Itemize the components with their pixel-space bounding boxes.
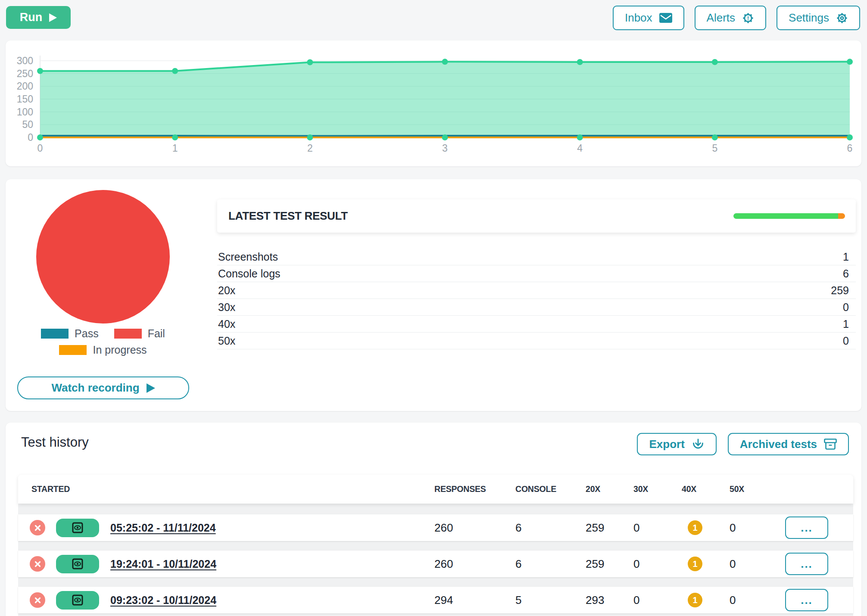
pie-legend: Pass Fail In progress bbox=[6, 327, 200, 360]
console-value: 6 bbox=[515, 521, 586, 535]
responses-value: 260 bbox=[434, 521, 515, 535]
stat-value: 1 bbox=[843, 318, 849, 330]
gear-icon bbox=[836, 12, 848, 24]
result-stats-list: Screenshots 1 Console logs 6 20x 259 30x… bbox=[217, 249, 856, 349]
table-body: 05:25:02 - 11/11/2024 260 6 259 0 1 0 ..… bbox=[18, 504, 853, 616]
stat-label: 20x bbox=[218, 284, 235, 297]
stat-label: Console logs bbox=[218, 268, 281, 280]
stat-value: 6 bbox=[843, 268, 849, 280]
recording-preview-icon bbox=[72, 522, 83, 533]
view-recording-button[interactable] bbox=[56, 555, 99, 573]
settings-button[interactable]: Settings bbox=[777, 6, 860, 30]
responses-trend-chart: 0501001502002503000123456 bbox=[6, 40, 861, 166]
envelope-icon bbox=[659, 13, 672, 23]
settings-button-label: Settings bbox=[789, 11, 829, 25]
stat-label: 50x bbox=[218, 335, 235, 347]
40x-badge: 1 bbox=[688, 557, 702, 571]
top-actions: Inbox Alerts ! Settings bbox=[613, 6, 860, 30]
alerts-button[interactable]: Alerts ! bbox=[695, 6, 766, 30]
legend-swatch-pass bbox=[41, 329, 69, 339]
30x-value: 0 bbox=[633, 521, 682, 535]
stat-row-30x: 30x 0 bbox=[217, 299, 856, 316]
svg-text:0: 0 bbox=[28, 132, 33, 143]
svg-text:!: ! bbox=[747, 15, 749, 21]
test-run-link[interactable]: 05:25:02 - 11/11/2024 bbox=[110, 522, 216, 534]
alerts-button-label: Alerts bbox=[707, 11, 735, 25]
30x-value: 0 bbox=[633, 594, 682, 607]
stat-row-40x: 40x 1 bbox=[217, 316, 856, 333]
legend-label-pass: Pass bbox=[75, 327, 99, 340]
stat-row-console-logs: Console logs 6 bbox=[217, 265, 856, 282]
50x-value: 0 bbox=[730, 594, 767, 607]
latest-result-panel: LATEST TEST RESULT Screenshots 1 Console… bbox=[217, 199, 856, 349]
run-button-label: Run bbox=[20, 11, 42, 24]
progress-pass-segment bbox=[733, 213, 838, 219]
view-recording-button[interactable] bbox=[56, 519, 99, 537]
stat-label: Screenshots bbox=[218, 251, 278, 263]
stat-value: 0 bbox=[843, 335, 849, 347]
stat-label: 40x bbox=[218, 318, 235, 330]
column-header-40x: 40X bbox=[682, 484, 730, 494]
stat-value: 259 bbox=[831, 284, 849, 297]
svg-text:100: 100 bbox=[17, 106, 33, 118]
svg-text:50: 50 bbox=[22, 119, 33, 130]
svg-text:1: 1 bbox=[172, 143, 178, 154]
stat-value: 0 bbox=[843, 301, 849, 314]
column-header-50x: 50X bbox=[730, 484, 767, 494]
column-header-20x: 20X bbox=[586, 484, 633, 494]
40x-badge: 1 bbox=[688, 593, 702, 607]
table-row: 05:25:02 - 11/11/2024 260 6 259 0 1 0 ..… bbox=[18, 514, 853, 541]
svg-text:3: 3 bbox=[442, 143, 448, 154]
play-icon bbox=[147, 383, 155, 393]
stat-row-50x: 50x 0 bbox=[217, 333, 856, 349]
row-more-button[interactable]: ... bbox=[785, 589, 828, 611]
20x-value: 259 bbox=[586, 521, 633, 535]
result-progress-bar bbox=[733, 213, 845, 219]
20x-value: 293 bbox=[586, 594, 633, 607]
test-run-link[interactable]: 09:23:02 - 10/11/2024 bbox=[110, 594, 216, 607]
failed-status-icon bbox=[30, 592, 45, 608]
legend-label-in-progress: In progress bbox=[93, 344, 147, 356]
archived-tests-label: Archived tests bbox=[740, 438, 817, 451]
failed-status-icon bbox=[30, 520, 45, 535]
20x-value: 259 bbox=[586, 557, 633, 571]
50x-value: 0 bbox=[730, 557, 767, 571]
gear-alert-icon: ! bbox=[742, 12, 754, 24]
legend-label-fail: Fail bbox=[148, 327, 165, 340]
row-more-button[interactable]: ... bbox=[785, 553, 828, 575]
play-icon bbox=[49, 13, 57, 22]
export-button-label: Export bbox=[649, 438, 684, 451]
responses-value: 260 bbox=[434, 557, 515, 571]
watch-recording-button[interactable]: Watch recording bbox=[17, 376, 189, 399]
run-button[interactable]: Run bbox=[6, 6, 71, 29]
inbox-button-label: Inbox bbox=[625, 11, 652, 25]
40x-badge: 1 bbox=[688, 520, 702, 535]
30x-value: 0 bbox=[633, 557, 682, 571]
responses-value: 294 bbox=[434, 594, 515, 607]
recording-preview-icon bbox=[72, 558, 83, 569]
svg-text:4: 4 bbox=[577, 143, 583, 154]
stat-row-screenshots: Screenshots 1 bbox=[217, 249, 856, 265]
stat-row-20x: 20x 259 bbox=[217, 282, 856, 299]
test-history-actions: Export Archived tests bbox=[637, 433, 849, 455]
pass-fail-pie-chart bbox=[36, 190, 170, 324]
download-icon bbox=[692, 438, 705, 451]
test-run-link[interactable]: 19:24:01 - 10/11/2024 bbox=[110, 558, 216, 570]
table-header: STARTED RESPONSES CONSOLE 20X 30X 40X 50… bbox=[18, 475, 853, 504]
stat-value: 1 bbox=[843, 251, 849, 263]
console-value: 5 bbox=[515, 594, 586, 607]
column-header-console: CONSOLE bbox=[515, 484, 586, 494]
svg-text:5: 5 bbox=[712, 143, 717, 154]
svg-text:150: 150 bbox=[17, 93, 33, 105]
view-recording-button[interactable] bbox=[56, 591, 99, 610]
archived-tests-button[interactable]: Archived tests bbox=[728, 433, 849, 455]
row-more-button[interactable]: ... bbox=[785, 516, 828, 539]
column-header-started: STARTED bbox=[18, 484, 434, 494]
svg-text:200: 200 bbox=[17, 81, 33, 92]
legend-swatch-in-progress bbox=[59, 345, 87, 355]
export-button[interactable]: Export bbox=[637, 433, 716, 455]
test-history-title: Test history bbox=[21, 435, 89, 450]
svg-text:6: 6 bbox=[847, 143, 853, 154]
inbox-button[interactable]: Inbox bbox=[613, 6, 684, 30]
recording-preview-icon bbox=[72, 594, 83, 606]
